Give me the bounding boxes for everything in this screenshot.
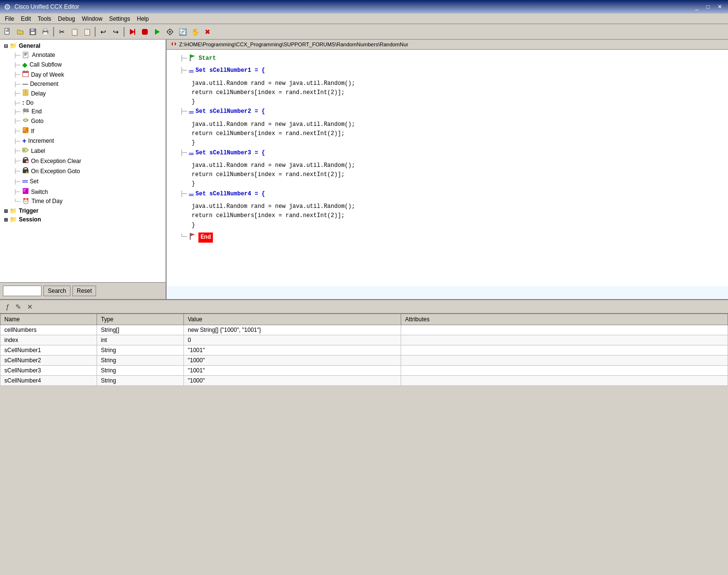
tree-item-label[interactable]: ├─ Label bbox=[2, 146, 164, 156]
svg-rect-20 bbox=[24, 53, 27, 54]
tree-item-if[interactable]: ├─ If bbox=[2, 126, 164, 136]
set1-label: Set sCellNumber1 = { bbox=[196, 66, 265, 75]
table-row[interactable]: cellNumbers String[] new String[] {"1000… bbox=[0, 325, 728, 335]
tree-item-onexceptiongoto[interactable]: ├─ On Exception Goto bbox=[2, 166, 164, 176]
search-input[interactable] bbox=[3, 286, 42, 296]
collapse-trigger[interactable]: ⊞ bbox=[4, 208, 8, 214]
tree-root-general[interactable]: ⊟ 📁 General bbox=[2, 41, 164, 50]
tree-container[interactable]: ⊟ 📁 General ├─ Annotate ├─ ◆ Call Subflo… bbox=[0, 40, 166, 282]
tree-item-onexceptionclear[interactable]: ├─ On Exception Clear bbox=[2, 156, 164, 166]
menu-tools[interactable]: Tools bbox=[35, 14, 54, 23]
end-icon: 🏁 bbox=[22, 108, 29, 115]
app-title: Cisco Unified CCX Editor bbox=[14, 3, 79, 10]
delete-variable-btn[interactable]: ✕ bbox=[25, 302, 35, 311]
set1-code-line2: return cellNumbers[index = rand.nextInt(… bbox=[192, 88, 724, 97]
svg-marker-47 bbox=[175, 42, 176, 46]
tree-item-set[interactable]: ├─ ═ Set bbox=[2, 176, 164, 187]
menu-window[interactable]: Window bbox=[79, 14, 105, 23]
callsubflow-icon: ◆ bbox=[22, 61, 28, 68]
collapse-session[interactable]: ⊞ bbox=[4, 217, 8, 222]
tree-item-end[interactable]: ├─ 🏁 End bbox=[2, 107, 164, 116]
tree-item-timeofday[interactable]: └─ ⏰ Time of Day bbox=[2, 197, 164, 205]
tree-item-do[interactable]: ├─ : Do bbox=[2, 98, 164, 107]
menu-edit[interactable]: Edit bbox=[18, 14, 34, 23]
new-button[interactable] bbox=[2, 26, 14, 38]
save-button[interactable] bbox=[27, 26, 39, 38]
tree-item-annotate[interactable]: ├─ Annotate bbox=[2, 50, 164, 60]
start-label: Start bbox=[198, 54, 216, 63]
tree-item-switch[interactable]: ├─ Switch bbox=[2, 187, 164, 197]
tree-label-goto: Goto bbox=[31, 118, 43, 124]
set2-label: Set sCellNumber2 = { bbox=[196, 107, 265, 116]
start-flag-icon bbox=[189, 54, 196, 65]
menu-file[interactable]: File bbox=[2, 14, 17, 23]
edit-variable-btn[interactable]: ✎ bbox=[14, 302, 23, 311]
add-variable-btn[interactable]: ƒ bbox=[4, 302, 12, 311]
refresh-button[interactable]: 🔄 bbox=[177, 26, 188, 38]
toolbar-sep2 bbox=[95, 27, 96, 37]
table-row[interactable]: sCellNumber1 String "1001" bbox=[0, 345, 728, 356]
paste-button[interactable]: 📋 bbox=[81, 26, 93, 38]
settings-run-button[interactable] bbox=[164, 26, 176, 38]
menu-settings[interactable]: Settings bbox=[106, 14, 133, 23]
svg-rect-7 bbox=[43, 32, 47, 34]
stop-button[interactable] bbox=[139, 26, 151, 38]
tree-item-dayofweek[interactable]: ├─ Day of Week bbox=[2, 69, 164, 80]
tree-item-decrement[interactable]: ├─ — Decrement bbox=[2, 80, 164, 88]
set3-icon: ═ bbox=[189, 149, 194, 161]
tree-item-increment[interactable]: ├─ + Increment bbox=[2, 136, 164, 146]
table-row[interactable]: sCellNumber3 String "1001" bbox=[0, 366, 728, 376]
menu-bar: File Edit Tools Debug Window Settings He… bbox=[0, 14, 728, 24]
tree-root-trigger[interactable]: ⊞ 📁 Trigger bbox=[2, 206, 164, 215]
table-row[interactable]: sCellNumber4 String "1000" bbox=[0, 376, 728, 386]
label-icon bbox=[22, 147, 29, 155]
svg-marker-46 bbox=[171, 42, 173, 46]
set2-code-line1: java.util.Random rand = new java.util.Ra… bbox=[192, 120, 724, 129]
tree-root-session[interactable]: ⊞ 📁 Session bbox=[2, 215, 164, 224]
reset-button[interactable]: Reset bbox=[72, 286, 96, 296]
toolbar-sep1 bbox=[53, 27, 54, 37]
code-content[interactable]: ├─ Start ├─ ═ Set sCellNumber1 = { java.… bbox=[167, 50, 728, 286]
row-name-3: sCellNumber2 bbox=[0, 356, 97, 366]
bottom-panel: ƒ ✎ ✕ Name Type Value Attributes cellNum… bbox=[0, 300, 728, 386]
set3-label: Set sCellNumber3 = { bbox=[196, 149, 265, 158]
delete-button[interactable]: ✖ bbox=[202, 26, 213, 38]
close-btn[interactable]: ✕ bbox=[715, 3, 724, 10]
dayofweek-icon bbox=[22, 70, 29, 79]
hand-button[interactable]: ✋ bbox=[189, 26, 201, 38]
collapse-general[interactable]: ⊟ bbox=[4, 43, 8, 49]
debug-button[interactable] bbox=[152, 26, 163, 38]
row-name-4: sCellNumber3 bbox=[0, 366, 97, 376]
svg-rect-5 bbox=[31, 32, 35, 34]
table-row[interactable]: sCellNumber2 String "1000" bbox=[0, 356, 728, 366]
open-button[interactable] bbox=[14, 26, 26, 38]
menu-help[interactable]: Help bbox=[134, 14, 152, 23]
code-line-start: ├─ Start bbox=[180, 54, 724, 66]
code-line-set4: ├─ ═ Set sCellNumber4 = { bbox=[180, 189, 724, 203]
row-value-5: "1000" bbox=[184, 376, 401, 386]
row-name-1: index bbox=[0, 335, 97, 345]
undo-button[interactable]: ↩ bbox=[98, 26, 109, 38]
set-icon: ═ bbox=[22, 177, 28, 186]
maximize-btn[interactable]: □ bbox=[704, 3, 712, 10]
left-panel: ⊟ 📁 General ├─ Annotate ├─ ◆ Call Subflo… bbox=[0, 40, 167, 299]
cut-button[interactable]: ✂ bbox=[56, 26, 68, 38]
row-attr-0 bbox=[401, 325, 728, 335]
set2-group: ├─ ═ Set sCellNumber2 = { java.util.Rand… bbox=[180, 107, 724, 148]
tree-item-goto[interactable]: ├─ Goto bbox=[2, 116, 164, 126]
code-line-set1: ├─ ═ Set sCellNumber1 = { bbox=[180, 66, 724, 79]
tree-label-timeofday: Time of Day bbox=[31, 198, 62, 205]
svg-point-36 bbox=[24, 150, 25, 151]
minimize-btn[interactable]: _ bbox=[693, 3, 700, 10]
copy-button[interactable]: 📋 bbox=[69, 26, 80, 38]
table-row[interactable]: index int 0 bbox=[0, 335, 728, 345]
tree-item-callsubflow[interactable]: ├─ ◆ Call Subflow bbox=[2, 60, 164, 69]
tree-item-delay[interactable]: ├─ Delay bbox=[2, 88, 164, 98]
search-button[interactable]: Search bbox=[43, 286, 70, 296]
code-line-end: └─ End bbox=[180, 232, 724, 244]
code-tab[interactable]: Z:\HOME\Programming\CCX_Programming\SUPP… bbox=[167, 40, 728, 50]
redo-button[interactable]: ↪ bbox=[110, 26, 122, 38]
print-button[interactable] bbox=[40, 26, 51, 38]
run-button[interactable] bbox=[126, 26, 138, 38]
menu-debug[interactable]: Debug bbox=[55, 14, 78, 23]
